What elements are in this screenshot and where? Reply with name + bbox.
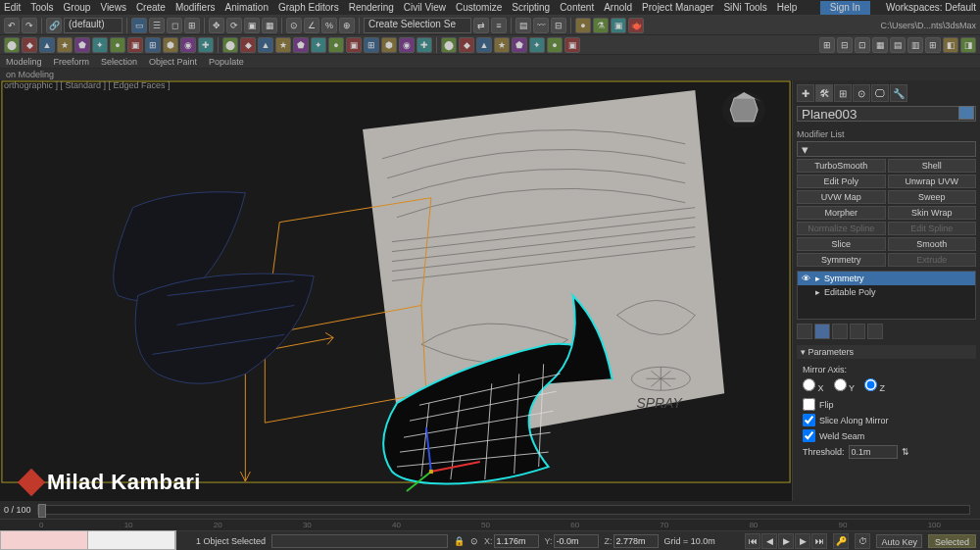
menu-create[interactable]: Create — [136, 2, 166, 13]
object-color-swatch[interactable] — [958, 106, 974, 120]
render-button[interactable]: 🫖 — [628, 18, 644, 33]
plugin-icon[interactable]: ◉ — [399, 37, 415, 53]
menu-sini-tools[interactable]: SiNi Tools — [723, 2, 766, 13]
viewport-layout-icon[interactable]: ▦ — [872, 37, 888, 53]
workspaces-dropdown[interactable]: Workspaces: Default — [886, 2, 976, 13]
mod-sweep[interactable]: Sweep — [888, 190, 977, 204]
scale-button[interactable]: ▣ — [244, 18, 260, 33]
pin-stack-button[interactable] — [797, 324, 812, 339]
stack-item-symmetry[interactable]: 👁 ▸ Symmetry — [798, 272, 975, 285]
placement-button[interactable]: ▦ — [262, 18, 277, 33]
plugin-icon[interactable]: ▲ — [39, 37, 55, 53]
coord-x-field[interactable] — [494, 534, 539, 548]
plugin-icon[interactable]: ★ — [57, 37, 73, 53]
time-slider-thumb[interactable] — [38, 504, 46, 518]
plugin-icon[interactable]: ● — [328, 37, 344, 53]
play-button[interactable]: ▶ — [778, 533, 794, 549]
spinner-snap-button[interactable]: ⊕ — [339, 18, 355, 33]
schematic-view-button[interactable]: ⊟ — [551, 18, 566, 33]
goto-end-button[interactable]: ⏭ — [811, 533, 827, 549]
plugin-icon[interactable]: ▣ — [127, 37, 143, 53]
flip-checkbox[interactable]: Flip — [803, 398, 970, 411]
align-button[interactable]: ≡ — [491, 18, 507, 33]
weld-seam-checkbox[interactable]: Weld Seam — [803, 429, 970, 442]
viewport-canvas[interactable]: SPRAY — [0, 80, 792, 501]
plugin-icon[interactable]: ⬢ — [163, 37, 178, 53]
menu-tools[interactable]: Tools — [30, 2, 53, 13]
prev-frame-button[interactable]: ◀ — [761, 533, 777, 549]
mod-turbosmooth[interactable]: TurboSmooth — [797, 159, 886, 173]
goto-start-button[interactable]: ⏮ — [745, 533, 760, 549]
select-button[interactable]: ▭ — [131, 18, 147, 33]
snap-toggle-button[interactable]: ⊙ — [286, 18, 302, 33]
percent-snap-button[interactable]: % — [321, 18, 337, 33]
lock-icon[interactable]: 🔒 — [454, 536, 465, 546]
auto-key-button[interactable]: Auto Key — [876, 534, 922, 548]
motion-tab[interactable]: ⊙ — [853, 84, 870, 102]
mod-unwrap-uvw[interactable]: Unwrap UVW — [888, 175, 977, 188]
mod-shell[interactable]: Shell — [888, 159, 977, 173]
angle-snap-button[interactable]: ∠ — [304, 18, 319, 33]
coord-y-field[interactable] — [554, 534, 599, 548]
mod-morpher[interactable]: Morpher — [797, 206, 886, 220]
menu-help[interactable]: Help — [777, 2, 798, 13]
curve-editor-button[interactable]: 〰 — [533, 18, 549, 33]
rotate-button[interactable]: ⟳ — [226, 18, 242, 33]
menu-group[interactable]: Group — [64, 2, 91, 13]
mirror-button[interactable]: ⇄ — [473, 18, 489, 33]
axis-x-radio[interactable]: X — [803, 378, 824, 393]
object-name-field[interactable] — [797, 106, 976, 122]
key-mode-button[interactable]: 🔑 — [833, 533, 849, 549]
menu-scripting[interactable]: Scripting — [512, 2, 550, 13]
plugin-icon[interactable]: ◆ — [240, 37, 256, 53]
plugin-icon[interactable]: ⬤ — [441, 37, 457, 53]
plugin-icon[interactable]: ★ — [275, 37, 291, 53]
material-editor-button[interactable]: ● — [575, 18, 591, 33]
plugin-icon[interactable]: ✚ — [416, 37, 432, 53]
selected-filter-button[interactable]: Selected — [928, 534, 976, 548]
menu-rendering[interactable]: Rendering — [349, 2, 394, 13]
mod-normalize-spline[interactable]: Normalize Spline — [797, 222, 886, 235]
modify-tab[interactable]: 🛠 — [815, 84, 833, 102]
coord-z-field[interactable] — [613, 534, 659, 548]
window-crossing-button[interactable]: ⊞ — [184, 18, 200, 33]
hierarchy-tab[interactable]: ⊞ — [834, 84, 852, 102]
plugin-icon[interactable]: ★ — [494, 37, 510, 53]
plugin-icon[interactable]: ✦ — [529, 37, 545, 53]
create-tab[interactable]: ✚ — [797, 84, 814, 102]
mod-edit-poly[interactable]: Edit Poly — [797, 175, 886, 188]
stack-item-editable-poly[interactable]: ▸ Editable Poly — [798, 285, 975, 299]
plugin-icon[interactable]: ⬢ — [381, 37, 397, 53]
viewport-layout-icon[interactable]: ⊟ — [837, 37, 853, 53]
maxscript-listener[interactable] — [0, 530, 176, 550]
menu-customize[interactable]: Customize — [456, 2, 502, 13]
plugin-icon[interactable]: ⬟ — [293, 37, 309, 53]
viewport-layout-icon[interactable]: ⊡ — [855, 37, 870, 53]
ribbon-tab-selection[interactable]: Selection — [101, 57, 137, 67]
make-unique-button[interactable] — [832, 324, 848, 339]
sign-in-button[interactable]: Sign In — [820, 1, 870, 15]
redo-button[interactable]: ↷ — [22, 18, 37, 33]
menu-modifiers[interactable]: Modifiers — [175, 2, 216, 13]
time-slider-track[interactable] — [37, 505, 970, 515]
viewport-layout-icon[interactable]: ▤ — [890, 37, 906, 53]
select-name-button[interactable]: ☰ — [149, 18, 165, 33]
plugin-icon[interactable]: ⊞ — [364, 37, 379, 53]
render-frame-button[interactable]: ▣ — [611, 18, 626, 33]
rollout-parameters[interactable]: ▾ Parameters — [797, 345, 976, 359]
ref-coord-dropdown[interactable]: (default) — [64, 18, 122, 33]
viewport-layout-icon[interactable]: ⊞ — [925, 37, 941, 53]
plugin-icon[interactable]: ⬤ — [222, 37, 238, 53]
menu-content[interactable]: Content — [560, 2, 594, 13]
link-button[interactable]: 🔗 — [46, 18, 62, 33]
track-bar[interactable]: 0102030405060708090100 — [0, 519, 980, 530]
eye-icon[interactable]: 👁 — [802, 274, 811, 283]
mod-uvw-map[interactable]: UVW Map — [797, 190, 886, 204]
ribbon-tab-freeform[interactable]: Freeform — [54, 57, 90, 67]
show-end-result-button[interactable] — [814, 324, 830, 339]
plugin-icon[interactable]: ▲ — [476, 37, 492, 53]
named-selection-dropdown[interactable]: Create Selection Se — [364, 18, 471, 33]
plugin-icon[interactable]: ✚ — [198, 37, 214, 53]
plugin-icon[interactable]: ▲ — [258, 37, 273, 53]
menu-edit[interactable]: Edit — [4, 2, 21, 13]
